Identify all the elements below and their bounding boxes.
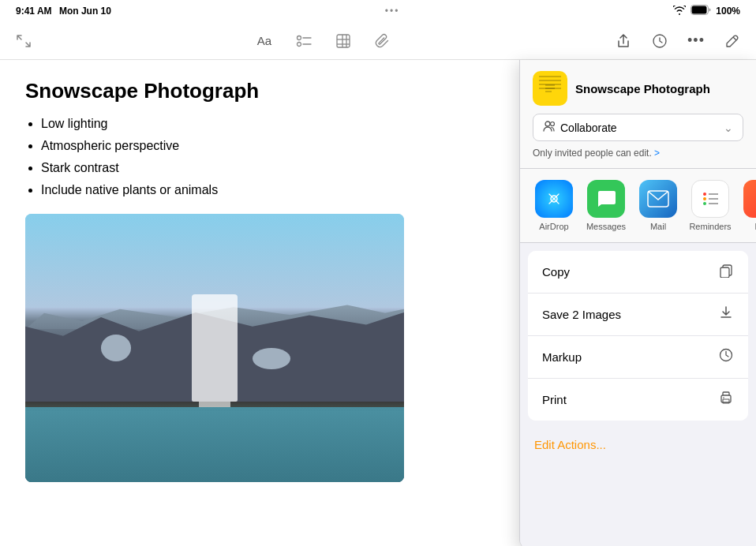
main-area: Snowscape Photograph Low lighting Atmosp… xyxy=(0,60,756,546)
svg-rect-12 xyxy=(542,80,558,99)
battery-percent: 100% xyxy=(716,6,740,17)
people-icon xyxy=(543,121,556,134)
mail-icon xyxy=(639,180,677,218)
popover-note-title: Snowscape Photograph xyxy=(575,82,710,95)
messages-icon xyxy=(587,180,625,218)
markup-toolbar-icon[interactable] xyxy=(649,30,671,52)
mail-label: Mail xyxy=(650,222,666,231)
svg-rect-27 xyxy=(720,267,729,278)
save-images-action[interactable]: Save 2 Images xyxy=(528,294,748,336)
svg-rect-6 xyxy=(337,35,350,47)
app-messages[interactable]: Messages xyxy=(580,180,632,231)
action-list: Copy Save 2 Images xyxy=(520,243,756,546)
print-icon xyxy=(718,390,734,410)
airdrop-icon xyxy=(535,180,573,218)
status-time-date: 9:41 AM Mon Jun 10 xyxy=(16,6,111,17)
app-reminders[interactable]: Reminders xyxy=(684,180,736,231)
collaborate-label: Collaborate xyxy=(560,122,617,134)
status-indicators: 100% xyxy=(673,5,740,17)
wifi-icon xyxy=(673,6,686,17)
battery-icon xyxy=(691,5,711,17)
markup-action[interactable]: Markup xyxy=(528,336,748,379)
status-bar: 9:41 AM Mon Jun 10 ••• 100% xyxy=(0,0,756,22)
checklist-icon[interactable] xyxy=(293,30,315,52)
print-action[interactable]: Print xyxy=(528,379,748,421)
chevron-down-icon: ⌄ xyxy=(724,122,733,134)
save-icon xyxy=(718,305,734,324)
status-dots: ••• xyxy=(385,6,400,17)
markup-action-icon xyxy=(718,347,734,367)
attachment-icon[interactable] xyxy=(372,30,394,52)
partial-app-icon xyxy=(743,180,756,218)
svg-point-3 xyxy=(298,42,301,46)
note-icon xyxy=(533,71,567,106)
toolbar: Aa xyxy=(0,22,756,60)
share-icon[interactable] xyxy=(612,30,634,52)
svg-point-16 xyxy=(545,122,550,126)
copy-action[interactable]: Copy xyxy=(528,251,748,294)
app-airdrop[interactable]: AirDrop xyxy=(528,180,580,231)
copy-icon xyxy=(718,262,734,282)
svg-point-17 xyxy=(551,122,555,126)
app-mail[interactable]: Mail xyxy=(632,180,684,231)
svg-point-31 xyxy=(723,397,724,398)
popover-note-info: Snowscape Photograph xyxy=(533,71,743,106)
format-text-icon[interactable]: Aa xyxy=(253,30,275,52)
invite-link[interactable]: > xyxy=(654,148,660,159)
edit-actions-container: Edit Actions... xyxy=(520,428,756,462)
app-partial[interactable]: Fr... xyxy=(736,180,756,231)
collapse-icon[interactable] xyxy=(13,30,35,52)
edit-actions-link[interactable]: Edit Actions... xyxy=(534,438,606,451)
action-group: Copy Save 2 Images xyxy=(528,251,748,421)
compose-icon[interactable] xyxy=(721,30,743,52)
svg-point-24 xyxy=(703,202,706,205)
reminders-icon xyxy=(691,180,729,218)
svg-point-2 xyxy=(298,36,301,39)
collaborate-row[interactable]: Collaborate ⌄ xyxy=(533,114,743,141)
share-popover: Snowscape Photograph Collaborate ⌄ xyxy=(519,60,756,546)
more-options-icon[interactable]: ••• xyxy=(685,30,707,52)
note-photo xyxy=(25,214,404,482)
popover-header: Snowscape Photograph Collaborate ⌄ xyxy=(520,60,756,169)
reminders-label: Reminders xyxy=(689,222,731,231)
svg-point-20 xyxy=(703,193,706,196)
table-icon[interactable] xyxy=(332,30,354,52)
share-apps-row: AirDrop Messages Mail xyxy=(520,169,756,243)
svg-rect-1 xyxy=(692,6,707,14)
svg-point-22 xyxy=(703,197,706,200)
airdrop-label: AirDrop xyxy=(539,222,568,231)
messages-label: Messages xyxy=(586,222,626,231)
invite-text: Only invited people can edit. > xyxy=(533,148,743,159)
